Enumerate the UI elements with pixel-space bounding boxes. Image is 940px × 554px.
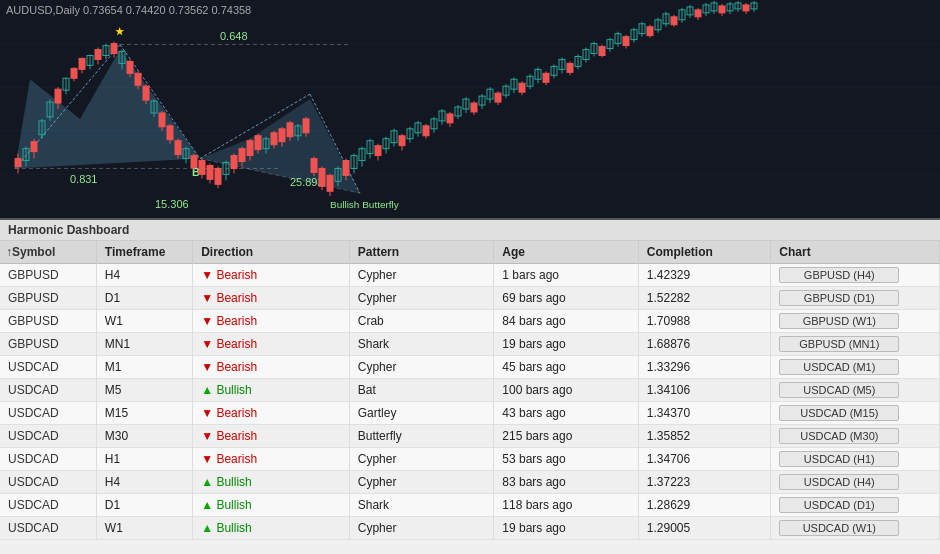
svg-rect-31	[55, 89, 61, 103]
cell-direction: ▲ Bullish	[193, 517, 350, 540]
cell-symbol: USDCAD	[0, 471, 96, 494]
cell-timeframe: H4	[96, 471, 192, 494]
svg-rect-192	[695, 10, 701, 17]
cell-chart[interactable]: USDCAD (H4)	[771, 471, 940, 494]
table-row: GBPUSD D1 ▼ Bearish Cypher 69 bars ago 1…	[0, 287, 940, 310]
cell-symbol: USDCAD	[0, 517, 96, 540]
cell-completion: 1.33296	[638, 356, 770, 379]
svg-text:0.648: 0.648	[220, 30, 247, 42]
table-row: USDCAD H1 ▼ Bearish Cypher 53 bars ago 1…	[0, 448, 940, 471]
direction-label: Bullish	[216, 521, 251, 535]
direction-arrow: ▲	[201, 498, 213, 512]
col-timeframe[interactable]: Timeframe	[96, 241, 192, 264]
cell-chart[interactable]: GBPUSD (W1)	[771, 310, 940, 333]
cell-chart[interactable]: USDCAD (M15)	[771, 402, 940, 425]
direction-arrow: ▲	[201, 383, 213, 397]
cell-chart[interactable]: USDCAD (D1)	[771, 494, 940, 517]
cell-direction: ▼ Bearish	[193, 356, 350, 379]
svg-rect-94	[303, 119, 309, 133]
cell-direction: ▼ Bearish	[193, 425, 350, 448]
svg-rect-130	[447, 114, 453, 123]
svg-rect-86	[271, 133, 277, 145]
chart-button[interactable]: USDCAD (M5)	[779, 382, 899, 398]
direction-label: Bearish	[216, 268, 257, 282]
chart-button[interactable]: GBPUSD (MN1)	[779, 336, 899, 352]
svg-rect-112	[375, 146, 381, 156]
cell-chart[interactable]: USDCAD (M30)	[771, 425, 940, 448]
cell-completion: 1.35852	[638, 425, 770, 448]
cell-completion: 1.42329	[638, 264, 770, 287]
cell-completion: 1.29005	[638, 517, 770, 540]
svg-rect-168	[599, 47, 605, 56]
cell-age: 53 bars ago	[494, 448, 639, 471]
cell-chart[interactable]: GBPUSD (MN1)	[771, 333, 940, 356]
cell-timeframe: D1	[96, 287, 192, 310]
cell-completion: 1.34370	[638, 402, 770, 425]
chart-button[interactable]: GBPUSD (D1)	[779, 290, 899, 306]
cell-pattern: Crab	[349, 310, 494, 333]
cell-timeframe: M5	[96, 379, 192, 402]
chart-button[interactable]: USDCAD (M15)	[779, 405, 899, 421]
chart-button[interactable]: USDCAD (M1)	[779, 359, 899, 375]
cell-chart[interactable]: GBPUSD (D1)	[771, 287, 940, 310]
cell-direction: ▼ Bearish	[193, 402, 350, 425]
svg-rect-25	[31, 142, 37, 152]
chart-button[interactable]: USDCAD (H1)	[779, 451, 899, 467]
col-pattern[interactable]: Pattern	[349, 241, 494, 264]
direction-label: Bearish	[216, 452, 257, 466]
svg-rect-45	[111, 44, 117, 54]
svg-rect-186	[671, 17, 677, 25]
cell-age: 45 bars ago	[494, 356, 639, 379]
chart-button[interactable]: USDCAD (H4)	[779, 474, 899, 490]
svg-rect-72	[215, 168, 221, 184]
chart-title: AUDUSD,Daily 0.73654 0.74420 0.73562 0.7…	[6, 4, 251, 16]
svg-rect-58	[159, 113, 165, 127]
direction-arrow: ▼	[201, 291, 213, 305]
cell-direction: ▼ Bearish	[193, 287, 350, 310]
cell-pattern: Gartley	[349, 402, 494, 425]
chart-button[interactable]: USDCAD (W1)	[779, 520, 899, 536]
svg-rect-96	[311, 159, 317, 173]
cell-chart[interactable]: USDCAD (M5)	[771, 379, 940, 402]
cell-completion: 1.52282	[638, 287, 770, 310]
cell-symbol: USDCAD	[0, 494, 96, 517]
cell-chart[interactable]: GBPUSD (H4)	[771, 264, 940, 287]
col-completion[interactable]: Completion	[638, 241, 770, 264]
svg-rect-37	[79, 58, 85, 69]
cell-completion: 1.37223	[638, 471, 770, 494]
col-age[interactable]: Age	[494, 241, 639, 264]
col-direction[interactable]: Direction	[193, 241, 350, 264]
cell-pattern: Cypher	[349, 287, 494, 310]
svg-rect-62	[175, 141, 181, 155]
cell-symbol: USDCAD	[0, 425, 96, 448]
cell-chart[interactable]: USDCAD (W1)	[771, 517, 940, 540]
col-symbol[interactable]: ↑Symbol	[0, 241, 96, 264]
direction-arrow: ▼	[201, 452, 213, 466]
cell-pattern: Cypher	[349, 471, 494, 494]
svg-rect-104	[343, 161, 349, 176]
cell-age: 100 bars ago	[494, 379, 639, 402]
cell-timeframe: H1	[96, 448, 192, 471]
svg-rect-124	[423, 126, 429, 136]
svg-rect-21	[15, 159, 21, 167]
svg-rect-52	[135, 73, 141, 85]
chart-button[interactable]: GBPUSD (W1)	[779, 313, 899, 329]
svg-rect-180	[647, 27, 653, 36]
chart-button[interactable]: USDCAD (M30)	[779, 428, 899, 444]
chart-button[interactable]: USDCAD (D1)	[779, 497, 899, 513]
col-chart[interactable]: Chart	[771, 241, 940, 264]
direction-label: Bearish	[216, 406, 257, 420]
direction-label: Bearish	[216, 291, 257, 305]
cell-completion: 1.34706	[638, 448, 770, 471]
cell-symbol: USDCAD	[0, 356, 96, 379]
cell-chart[interactable]: USDCAD (M1)	[771, 356, 940, 379]
cell-chart[interactable]: USDCAD (H1)	[771, 448, 940, 471]
cell-age: 19 bars ago	[494, 517, 639, 540]
table-row: USDCAD M5 ▲ Bullish Bat 100 bars ago 1.3…	[0, 379, 940, 402]
chart-button[interactable]: GBPUSD (H4)	[779, 267, 899, 283]
cell-symbol: GBPUSD	[0, 310, 96, 333]
cell-completion: 1.68876	[638, 333, 770, 356]
direction-arrow: ▲	[201, 475, 213, 489]
table-container[interactable]: ↑Symbol Timeframe Direction Pattern Age …	[0, 241, 940, 551]
svg-rect-118	[399, 136, 405, 146]
